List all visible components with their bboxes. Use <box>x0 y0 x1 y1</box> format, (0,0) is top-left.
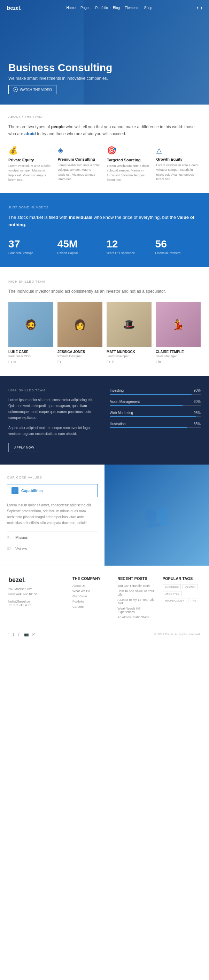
nav-portfolio[interactable]: Portfolio <box>95 6 108 10</box>
nav-shop[interactable]: Shop <box>144 6 152 10</box>
footer-link-portfolio[interactable]: Portfolio <box>73 600 111 603</box>
accordion-mission[interactable]: 01 Mission <box>7 531 98 543</box>
numbers-section: JUST SOME NUMBERS The stock market is fi… <box>0 193 209 268</box>
values-desc: Lorem ipsum dolor sit amet, consectetur … <box>7 502 98 526</box>
team-linkedin-icon-3[interactable]: in <box>158 360 161 363</box>
team-facebook-icon-1[interactable]: f <box>57 360 59 363</box>
tag-technology[interactable]: TECHNOLOGY <box>163 598 186 603</box>
feature-title-1: Premium Consulting <box>58 157 103 161</box>
footer-link-careers[interactable]: Careers <box>73 605 111 608</box>
skill-pct-1: 80% <box>194 400 201 404</box>
skill-pct-3: 85% <box>194 422 201 426</box>
footer-post-3[interactable]: Weak Words Kill Experiences <box>117 607 155 614</box>
footer-link-what[interactable]: What We Do <box>73 589 111 593</box>
footer-post-4[interactable]: An Almost Static Stack <box>117 616 155 619</box>
team-twitter-icon-0[interactable]: t <box>11 360 12 363</box>
about-text: There are two types of people who will t… <box>8 123 201 138</box>
feature-title-2: Targeted Sourcing <box>107 158 152 162</box>
feature-desc-0: Lorem vestibulum ante a dolor volutpat s… <box>8 164 53 183</box>
team-member-2: 🎩 MATT MURDOCK Lead Developer f t in <box>106 302 152 363</box>
footer-social-linkedin[interactable]: in <box>17 632 21 637</box>
footer-phone: +1 901 746 4321 <box>8 603 65 607</box>
values-right: 👥 <box>104 465 209 566</box>
nav-elements[interactable]: Elements <box>125 6 139 10</box>
footer-post-2[interactable]: A Letter to My 12-Year-Old Self <box>117 598 155 605</box>
footer-link-vision[interactable]: Our Vision <box>73 595 111 598</box>
team-role-1: Product Designer <box>57 355 103 358</box>
footer-social-pinterest[interactable]: P <box>32 632 35 637</box>
about-section-tag: ABOUT / THE FIRM <box>8 115 201 118</box>
capabilities-box[interactable]: ✓ Capabilities <box>7 484 98 497</box>
accordion-values[interactable]: 02 Values <box>7 543 98 554</box>
team-facebook-icon-2[interactable]: f <box>106 360 108 363</box>
feature-desc-2: Lorem vestibulum ante a dolor volutpat s… <box>107 164 152 183</box>
nav-pages[interactable]: Pages <box>81 6 90 10</box>
team-photo-luke: 🧔 <box>8 302 53 347</box>
about-section: ABOUT / THE FIRM There are two types of … <box>0 105 209 193</box>
feature-targeted-sourcing: 🎯 Targeted Sourcing Lorem vestibulum ant… <box>107 146 152 183</box>
nav-logo[interactable]: bezel. <box>7 5 22 11</box>
team-linkedin-icon-2[interactable]: in <box>112 360 114 363</box>
skill-bar-2 <box>110 416 201 417</box>
nav-home[interactable]: Home <box>66 6 76 10</box>
team-photo-inner-3: 💃 <box>156 302 201 347</box>
number-val-3: 56 <box>155 238 201 250</box>
skill-name-1: Asset Management <box>110 400 140 404</box>
values-section-tag: OUR CORE VALUES <box>7 476 98 479</box>
number-val-0: 37 <box>8 238 54 250</box>
tag-business[interactable]: BUSINESS <box>163 584 181 589</box>
accordion-num-0: 01 <box>7 535 13 539</box>
footer-grid: bezel. 267 Madison AveNew York, NY 10158… <box>8 576 201 621</box>
team-photo-jessica: 👩 <box>57 302 103 347</box>
number-raised-capital: 45M Raised Capital <box>57 238 103 255</box>
team-twitter-icon-1[interactable]: t <box>60 360 61 363</box>
number-financial-partners: 56 Financial Partners <box>155 238 201 255</box>
team-role-0: Founder & CEO <box>8 355 53 358</box>
footer-bottom: f t in 📷 P © 2017 Bezel. All rights rese… <box>0 628 209 641</box>
footer-recent-posts: RECENT POSTS You Can't Handle Truth How … <box>117 576 155 621</box>
number-label-2: Years Of Experience <box>106 251 152 255</box>
nav-facebook-icon[interactable]: f <box>197 6 198 10</box>
footer: bezel. 267 Madison AveNew York, NY 10158… <box>0 566 209 641</box>
team-section-tag: HIGH SKILLED TEAM <box>8 280 201 283</box>
feature-private-equity: 💰 Private Equity Lorem vestibulum ante a… <box>8 146 53 183</box>
footer-post-1[interactable]: How To Add Value To Your Life <box>117 589 155 596</box>
footer-company-title: THE COMPANY <box>73 576 111 581</box>
team-name-3: CLAIRE TEMPLE <box>156 350 201 354</box>
footer-copyright: © 2017 Bezel. All rights reserved. <box>154 633 201 636</box>
apply-now-button[interactable]: APPLY NOW <box>8 443 40 452</box>
tag-lifestyle[interactable]: LIFESTYLE <box>163 591 182 596</box>
footer-link-about[interactable]: About Us <box>73 584 111 588</box>
team-twitter-icon-3[interactable]: t <box>156 360 157 363</box>
watch-video-button[interactable]: ▶ WATCH THE VIDEO <box>8 85 56 94</box>
nav-twitter-icon[interactable]: t <box>201 6 202 10</box>
footer-social-twitter[interactable]: t <box>13 632 14 637</box>
growth-equity-icon: △ <box>157 146 201 154</box>
footer-social-instagram[interactable]: 📷 <box>24 632 29 637</box>
nav-social-icons: f t <box>197 6 202 10</box>
nav-blog[interactable]: Blog <box>113 6 120 10</box>
number-label-0: Founded Startups <box>8 251 54 255</box>
team-facebook-icon-0[interactable]: f <box>8 360 10 363</box>
hero-content: Business Consulting We make smart invest… <box>8 62 112 94</box>
team-member-3: 💃 CLAIRE TEMPLE Sales Manager t in <box>156 302 201 363</box>
skill-asset-management: Asset Management 80% <box>110 400 201 406</box>
tag-tips[interactable]: TIPS <box>188 598 198 603</box>
footer-social-facebook[interactable]: f <box>8 632 10 637</box>
private-equity-icon: 💰 <box>8 146 53 155</box>
number-founded-startups: 37 Founded Startups <box>8 238 54 255</box>
navigation: bezel. Home Pages Portfolio Blog Element… <box>0 0 209 16</box>
tag-design[interactable]: DESIGN <box>182 584 198 589</box>
team-linkedin-icon-0[interactable]: in <box>14 360 16 363</box>
team-twitter-icon-2[interactable]: t <box>109 360 111 363</box>
hero-cta-label: WATCH THE VIDEO <box>20 88 52 92</box>
team-social-3: t in <box>156 360 201 363</box>
feature-title-3: Growth Equity <box>157 157 201 161</box>
footer-posts-title: RECENT POSTS <box>117 576 155 581</box>
number-label-3: Financial Partners <box>155 251 201 255</box>
team-photo-inner-2: 🎩 <box>106 302 152 347</box>
footer-post-0[interactable]: You Can't Handle Truth <box>117 584 155 588</box>
team-social-2: f t in <box>106 360 152 363</box>
team-grid: 🧔 LUKE CASE Founder & CEO f t in 👩 JESSI… <box>8 302 201 363</box>
number-years-experience: 12 Years Of Experience <box>106 238 152 255</box>
